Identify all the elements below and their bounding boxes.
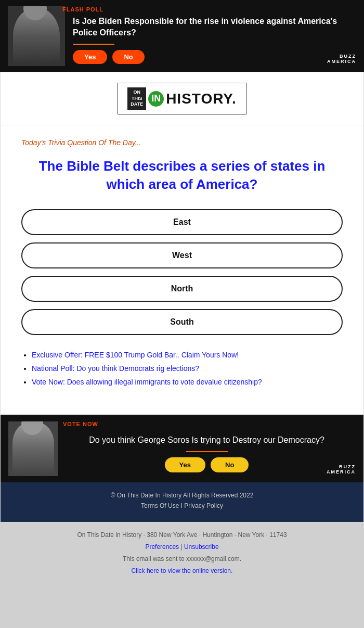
footer-copyright: © On This Date In History All Rights Res… [11,492,353,499]
footer-preferences-line: Preferences | Unsubscribe [10,542,354,552]
logo-history: HISTORY [166,91,237,107]
bottom-ad-divider [186,451,228,452]
main-card: ONTHISDATE IN HISTORY Today's Trivia Que… [0,72,364,522]
footer-dark: © On This Date In History All Rights Res… [1,482,363,522]
logo-in: IN [148,91,164,107]
unsubscribe-link[interactable]: Unsubscribe [184,543,219,550]
link-vote-now[interactable]: Vote Now: Does allowing illegal immigran… [32,378,262,386]
view-online-link[interactable]: Click here to view the online version. [132,567,233,574]
top-ad-content: Is Joe Biden Responsible for the rise in… [65,3,356,70]
top-ad-buttons: Yes No [73,50,348,64]
bottom-ad-buttons: Yes No [66,457,348,472]
privacy-policy-link[interactable]: Privacy Policy [184,502,223,509]
bottom-buzz-logo: BUZZ AMERICA [327,464,356,475]
top-ad-person-image [8,6,65,66]
bottom-ad-no-button[interactable]: No [211,457,249,472]
answer-options: East West North South [21,209,343,335]
links-list: Exclusive Offer: FREE $100 Trump Gold Ba… [21,351,343,386]
top-ad-no-button[interactable]: No [112,50,144,64]
trivia-section: Today's Trivia Question Of The Day... Th… [1,125,363,415]
trivia-question: The Bible Belt describes a series of sta… [21,157,343,194]
person-silhouette [13,7,60,65]
logo-area: ONTHISDATE IN HISTORY [1,72,363,125]
top-ad-divider [73,44,114,45]
view-online-line: Click here to view the online version. [10,566,354,575]
list-item: Exclusive Offer: FREE $100 Trump Gold Ba… [32,351,343,359]
bottom-ad-person-image [8,421,58,476]
trivia-subtitle: Today's Trivia Question Of The Day... [21,138,343,147]
answer-west[interactable]: West [21,242,343,268]
bottom-ad-question: Do you think George Soros Is trying to D… [66,434,348,446]
answer-south[interactable]: South [21,309,343,335]
answer-east[interactable]: East [21,209,343,235]
logo-on-this: ONTHISDATE [127,87,146,110]
bottom-ad-banner: VOTE NOW Do you think George Soros Is tr… [1,415,363,482]
person2-silhouette [12,422,54,475]
top-ad-question: Is Joe Biden Responsible for the rise in… [73,16,348,39]
footer-links: Terms Of Use I Privacy Policy [11,502,353,509]
preferences-link[interactable]: Preferences [145,543,179,550]
link-trump-gold-bar[interactable]: Exclusive Offer: FREE $100 Trump Gold Ba… [32,351,239,359]
top-buzz-logo: BUZZ AMERICA [327,54,356,64]
logo-box: ONTHISDATE IN HISTORY [118,83,246,114]
top-ad-yes-button[interactable]: Yes [73,50,107,64]
list-item: Vote Now: Does allowing illegal immigran… [32,378,343,386]
top-ad-banner: FLASH POLL Is Joe Biden Responsible for … [0,0,364,72]
list-item: National Poll: Do you think Democrats ri… [32,364,343,373]
terms-of-use-link[interactable]: Terms Of Use [141,502,179,509]
bottom-ad-yes-button[interactable]: Yes [165,457,205,472]
email-note: This email was sent to xxxxxx@gmail.com. [10,554,354,563]
flash-poll-label: FLASH POLL [62,6,103,12]
footer-address: On This Date in History · 380 New York A… [10,530,354,540]
answer-north[interactable]: North [21,276,343,302]
footer-light: On This Date in History · 380 New York A… [0,522,364,586]
link-national-poll[interactable]: National Poll: Do you think Democrats ri… [32,364,199,373]
bottom-ad-content: Do you think George Soros Is trying to D… [58,420,356,478]
vote-now-label: VOTE NOW [63,421,98,427]
